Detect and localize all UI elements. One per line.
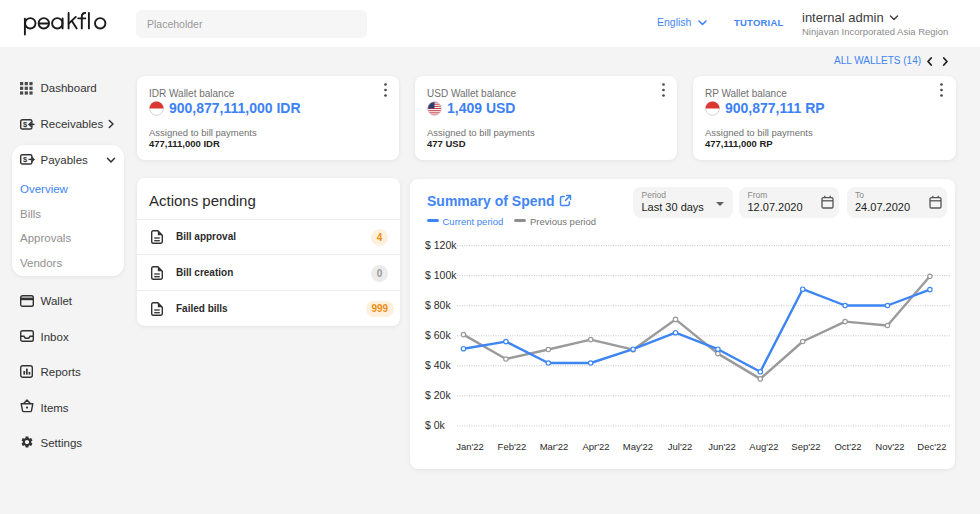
svg-text:Jul'22: Jul'22 xyxy=(668,441,693,452)
svg-text:Jun'22: Jun'22 xyxy=(708,441,736,452)
svg-text:Feb'22: Feb'22 xyxy=(498,441,527,452)
svg-text:$: $ xyxy=(23,155,28,164)
svg-text:Sep'22: Sep'22 xyxy=(791,441,820,452)
svg-text:Jan'22: Jan'22 xyxy=(456,441,484,452)
svg-text:$ 60k: $ 60k xyxy=(425,329,451,341)
svg-text:$: $ xyxy=(23,120,28,129)
svg-text:$ 20k: $ 20k xyxy=(425,389,451,401)
svg-text:Mar'22: Mar'22 xyxy=(540,441,569,452)
svg-text:$ 40k: $ 40k xyxy=(425,359,451,371)
svg-text:Dec'22: Dec'22 xyxy=(917,441,946,452)
svg-text:$ 0k: $ 0k xyxy=(425,419,446,431)
svg-text:Oct'22: Oct'22 xyxy=(834,441,861,452)
svg-text:$ 120k: $ 120k xyxy=(425,239,457,251)
svg-text:Nov'22: Nov'22 xyxy=(875,441,904,452)
svg-text:$ 80k: $ 80k xyxy=(425,299,451,311)
svg-text:Apr'22: Apr'22 xyxy=(582,441,609,452)
svg-text:$ 100k: $ 100k xyxy=(425,269,457,281)
svg-text:Aug'22: Aug'22 xyxy=(749,441,778,452)
svg-text:May'22: May'22 xyxy=(623,441,653,452)
